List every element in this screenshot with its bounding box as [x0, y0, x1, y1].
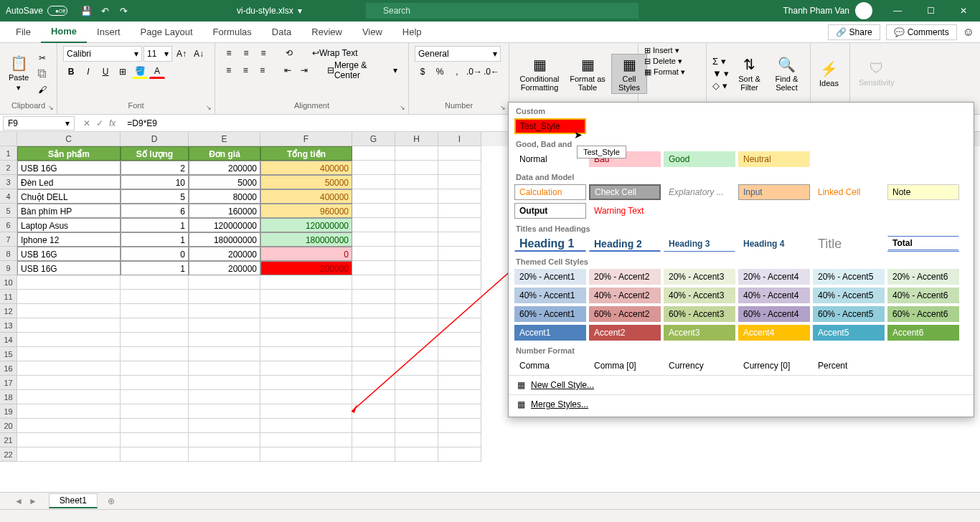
cell[interactable] [395, 175, 438, 189]
row-header[interactable]: 13 [0, 318, 17, 333]
increase-font-icon[interactable]: A↑ [174, 47, 189, 61]
cell[interactable] [438, 419, 481, 433]
cell[interactable] [189, 275, 260, 290]
table-header[interactable]: Đơn giá [189, 146, 260, 161]
cell[interactable] [395, 146, 438, 161]
table-header[interactable]: Tổng tiền [260, 146, 352, 161]
cell[interactable] [352, 390, 395, 404]
cell[interactable]: 50000 [260, 175, 352, 189]
cell[interactable] [395, 204, 438, 218]
cell[interactable]: 960000 [260, 204, 352, 218]
cell[interactable] [352, 347, 395, 361]
font-size-combo[interactable]: 11▾ [143, 46, 172, 62]
number-launcher-icon[interactable]: ↘ [500, 104, 506, 111]
cell[interactable]: 0 [260, 247, 352, 261]
cell[interactable]: 180000000 [189, 232, 260, 247]
style-accent6-20[interactable]: 20% - Accent6 [887, 269, 959, 285]
cell[interactable] [260, 347, 352, 361]
style-test-style[interactable]: Test_Style [514, 118, 586, 134]
cell[interactable] [189, 433, 260, 447]
cell[interactable] [395, 189, 438, 204]
style-accent5-40[interactable]: 40% - Accent5 [813, 288, 885, 303]
cell[interactable] [17, 447, 121, 462]
format-painter-icon[interactable]: 🖌 [34, 82, 50, 97]
col-header[interactable]: H [395, 132, 438, 146]
cut-icon[interactable]: ✂ [34, 51, 50, 65]
cell[interactable] [438, 161, 481, 175]
cell[interactable]: 1 [121, 218, 189, 232]
style-accent5-20[interactable]: 20% - Accent5 [813, 269, 885, 285]
cell[interactable] [260, 390, 352, 404]
cell[interactable] [352, 204, 395, 218]
filename[interactable]: vi-du-style.xlsx▾ [237, 6, 302, 16]
col-header[interactable]: D [121, 132, 189, 146]
cell[interactable] [121, 390, 189, 404]
style-accent4-solid[interactable]: Accent4 [738, 325, 810, 341]
cell[interactable] [395, 318, 438, 333]
cell[interactable] [438, 146, 481, 161]
find-select-button[interactable]: 🔍Find & Select [769, 54, 804, 93]
sort-filter-button[interactable]: ⇅Sort & Filter [732, 54, 766, 93]
cell[interactable] [17, 390, 121, 404]
autosum-icon[interactable]: Σ ▾ [712, 56, 729, 67]
style-input[interactable]: Input [738, 184, 810, 200]
merge-center-button[interactable]: ⊟ Merge & Center ▾ [322, 63, 402, 77]
col-header[interactable]: C [17, 132, 121, 146]
cell[interactable]: 200000 [189, 161, 260, 175]
cell[interactable] [352, 189, 395, 204]
bold-button[interactable]: B [63, 65, 79, 79]
cell[interactable] [395, 376, 438, 390]
row-header[interactable]: 15 [0, 347, 17, 361]
col-header[interactable]: I [438, 132, 481, 146]
cell[interactable] [352, 247, 395, 261]
row-header[interactable]: 20 [0, 419, 17, 433]
cell[interactable] [260, 447, 352, 462]
cell[interactable] [395, 275, 438, 290]
comma-icon[interactable]: , [449, 65, 465, 79]
style-normal[interactable]: Normal [514, 151, 586, 167]
clear-icon[interactable]: ◇ ▾ [712, 80, 729, 91]
cell[interactable] [352, 361, 395, 376]
cell[interactable] [438, 232, 481, 247]
align-top-icon[interactable]: ≡ [221, 46, 237, 60]
cell[interactable] [352, 146, 395, 161]
align-right-icon[interactable]: ≡ [255, 63, 270, 77]
cell[interactable] [438, 361, 481, 376]
cell[interactable] [121, 290, 189, 304]
row-header[interactable]: 12 [0, 304, 17, 318]
style-explanatory[interactable]: Explanatory ... [664, 184, 735, 200]
cell[interactable] [395, 419, 438, 433]
row-header[interactable]: 21 [0, 433, 17, 447]
style-accent2-20[interactable]: 20% - Accent2 [589, 269, 661, 285]
col-header[interactable]: F [260, 132, 352, 146]
percent-icon[interactable]: % [432, 65, 448, 79]
cell[interactable] [260, 404, 352, 419]
cell[interactable]: 400000 [260, 189, 352, 204]
cell[interactable]: 160000 [189, 204, 260, 218]
style-title[interactable]: Title [813, 236, 885, 252]
cell[interactable] [395, 304, 438, 318]
cell[interactable] [121, 275, 189, 290]
cell[interactable] [189, 419, 260, 433]
tab-view[interactable]: View [352, 22, 392, 43]
style-warning-text[interactable]: Warning Text [589, 203, 661, 219]
decrease-decimal-icon[interactable]: .0← [484, 65, 499, 79]
sheet-next-icon[interactable]: ► [29, 496, 37, 506]
cell[interactable] [260, 304, 352, 318]
cell[interactable] [438, 433, 481, 447]
cell[interactable]: 180000000 [260, 232, 352, 247]
cell[interactable] [395, 247, 438, 261]
style-accent1-40[interactable]: 40% - Accent1 [514, 288, 586, 303]
cell[interactable] [189, 290, 260, 304]
increase-decimal-icon[interactable]: .0→ [466, 65, 482, 79]
cell[interactable]: 200000 [189, 247, 260, 261]
cell[interactable] [438, 304, 481, 318]
cell[interactable] [352, 261, 395, 275]
smiley-icon[interactable]: ☺ [963, 26, 974, 39]
cell[interactable] [121, 419, 189, 433]
cell[interactable]: Bàn phím HP [17, 204, 121, 218]
cell[interactable] [395, 261, 438, 275]
cell[interactable] [260, 419, 352, 433]
alignment-launcher-icon[interactable]: ↘ [400, 104, 405, 111]
style-heading3[interactable]: Heading 3 [664, 236, 735, 252]
